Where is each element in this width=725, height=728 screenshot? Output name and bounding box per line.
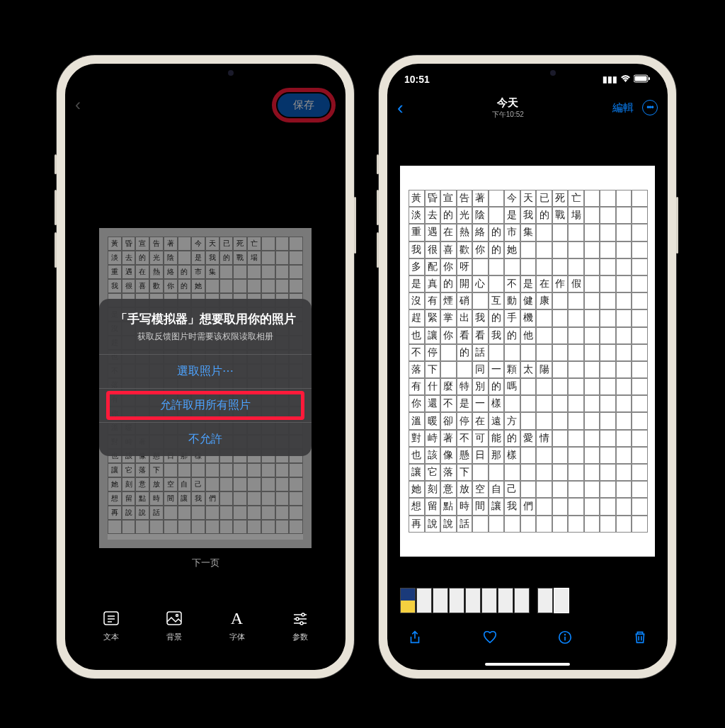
status-time: 10:51	[404, 74, 430, 85]
power-button[interactable]	[354, 197, 356, 254]
favorite-button[interactable]	[482, 630, 498, 649]
image-icon	[166, 609, 183, 627]
handwriting-grid: 黃昏宣告著今天已死亡淡去的光陰是我的戰場重遇在熱絡的市集我很喜歡你的她多配你呀是…	[409, 190, 648, 550]
volume-up[interactable]	[55, 190, 57, 225]
notch	[471, 64, 584, 82]
sliders-icon	[292, 609, 309, 627]
svg-rect-14	[649, 77, 650, 80]
battery-icon	[634, 74, 651, 85]
bottom-tabbar: 文本 背景 A 字体 参数	[65, 609, 346, 657]
photo-viewer[interactable]: 黃昏宣告著今天已死亡淡去的光陰是我的戰場重遇在熱絡的市集我很喜歡你的她多配你呀是…	[400, 166, 655, 557]
edit-button[interactable]: 編輯	[612, 101, 634, 115]
photo-toolbar	[387, 625, 668, 653]
tab-text[interactable]: 文本	[79, 609, 142, 657]
info-button[interactable]	[557, 630, 573, 649]
svg-rect-13	[635, 76, 647, 81]
alert-title: 「手写模拟器」想要取用你的照片	[99, 299, 312, 331]
alert-select-photos[interactable]: 選取照片⋯	[99, 354, 312, 388]
photos-navbar: ‹ 今天 下午10:52 編輯 •••	[387, 92, 668, 123]
text-icon	[103, 609, 120, 627]
pager-label: 下一页	[65, 557, 346, 569]
svg-point-7	[302, 613, 304, 616]
svg-point-11	[300, 622, 303, 625]
mute-switch[interactable]	[55, 154, 57, 174]
volume-down[interactable]	[377, 232, 379, 268]
alert-deny[interactable]: 不允許	[99, 422, 312, 456]
phone-frame-right: 10:51 ▮▮▮ ‹ 今天 下午10:52 編輯 •••	[379, 55, 676, 678]
thumbnail[interactable]	[433, 588, 448, 613]
more-button[interactable]: •••	[642, 100, 658, 115]
thumbnail[interactable]	[498, 588, 513, 613]
power-button[interactable]	[676, 197, 678, 254]
tab-label: 背景	[166, 632, 182, 642]
status-icons: ▮▮▮	[603, 74, 651, 85]
thumbnail[interactable]	[449, 588, 464, 613]
thumbnail[interactable]	[465, 588, 481, 613]
thumbnail-selected[interactable]	[554, 588, 569, 613]
photo-permission-alert: 「手写模拟器」想要取用你的照片 获取反馈图片时需要该权限读取相册 選取照片⋯ 允…	[99, 299, 312, 456]
title-main: 今天	[492, 96, 524, 110]
volume-up[interactable]	[377, 190, 379, 225]
svg-rect-0	[104, 612, 118, 625]
alert-allow-all[interactable]: 允許取用所有照片	[99, 388, 312, 422]
tab-label: 字体	[229, 632, 245, 642]
thumbnail[interactable]	[400, 588, 416, 613]
phone-frame-left: ‹ 保存 黃昏宣告著今天已死亡淡去的光陰是我的戰場重遇在熱絡的市集我很喜歡你的她…	[57, 55, 354, 678]
nav-title: 今天 下午10:52	[492, 96, 524, 120]
tab-params[interactable]: 参数	[268, 609, 331, 657]
wifi-icon	[620, 74, 631, 85]
tab-background[interactable]: 背景	[142, 609, 205, 657]
tab-font[interactable]: A 字体	[205, 609, 268, 657]
volume-down[interactable]	[55, 232, 57, 268]
alert-message: 获取反馈图片时需要该权限读取相册	[99, 331, 312, 354]
tab-label: 文本	[103, 632, 119, 642]
svg-point-5	[176, 615, 178, 617]
signal-icon: ▮▮▮	[603, 74, 617, 84]
thumbnail[interactable]	[537, 588, 553, 613]
thumbnail-strip[interactable]	[400, 588, 569, 613]
thumbnail[interactable]	[481, 588, 497, 613]
svg-point-9	[296, 618, 299, 620]
share-button[interactable]	[407, 630, 423, 649]
font-icon: A	[231, 609, 243, 627]
home-indicator[interactable]	[485, 663, 570, 666]
thumbnail[interactable]	[416, 588, 432, 613]
mute-switch[interactable]	[377, 154, 379, 174]
svg-rect-4	[167, 612, 181, 625]
notch	[149, 64, 262, 82]
thumbnail[interactable]	[514, 588, 530, 613]
delete-button[interactable]	[632, 630, 648, 649]
title-sub: 下午10:52	[492, 110, 524, 120]
back-button[interactable]: ‹	[397, 97, 404, 119]
svg-point-17	[565, 634, 566, 635]
tab-label: 参数	[292, 632, 308, 642]
